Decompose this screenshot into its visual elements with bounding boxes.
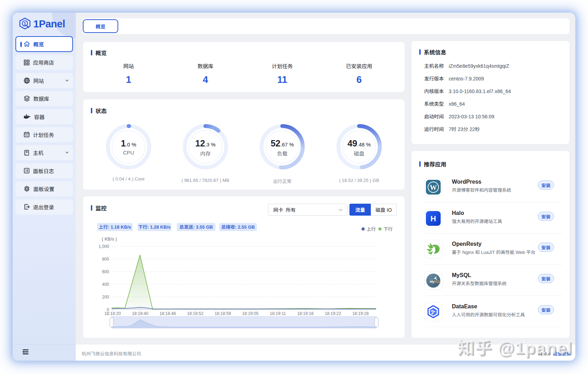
svg-text:下行: 下行 bbox=[383, 227, 393, 232]
svg-text:18:18:20: 18:18:20 bbox=[105, 311, 121, 316]
svg-text:18:19:16: 18:19:16 bbox=[297, 311, 314, 316]
svg-text:18:18:46: 18:18:46 bbox=[160, 311, 176, 316]
svg-text:18:19:22: 18:19:22 bbox=[325, 311, 341, 316]
svg-text:200: 200 bbox=[102, 295, 109, 300]
svg-text:18:19:05: 18:19:05 bbox=[242, 311, 259, 316]
svg-text:H: H bbox=[430, 214, 436, 223]
svg-text:W: W bbox=[430, 184, 437, 191]
svg-text:600: 600 bbox=[102, 269, 109, 274]
svg-text:800: 800 bbox=[102, 257, 109, 262]
svg-text:18:19:28: 18:19:28 bbox=[352, 311, 369, 316]
svg-text:( KB/s ): ( KB/s ) bbox=[102, 236, 117, 242]
svg-text:18:18:59: 18:18:59 bbox=[215, 311, 231, 316]
svg-text:18:18:40: 18:18:40 bbox=[132, 311, 148, 316]
svg-text:18:18:52: 18:18:52 bbox=[187, 311, 203, 316]
svg-text:1: 1 bbox=[24, 21, 26, 26]
svg-text:SQL: SQL bbox=[434, 280, 441, 283]
svg-text:1,000: 1,000 bbox=[99, 244, 109, 249]
svg-text:上行: 上行 bbox=[367, 227, 376, 232]
svg-text:18:19:11: 18:19:11 bbox=[270, 311, 286, 316]
svg-text:400: 400 bbox=[102, 282, 109, 287]
